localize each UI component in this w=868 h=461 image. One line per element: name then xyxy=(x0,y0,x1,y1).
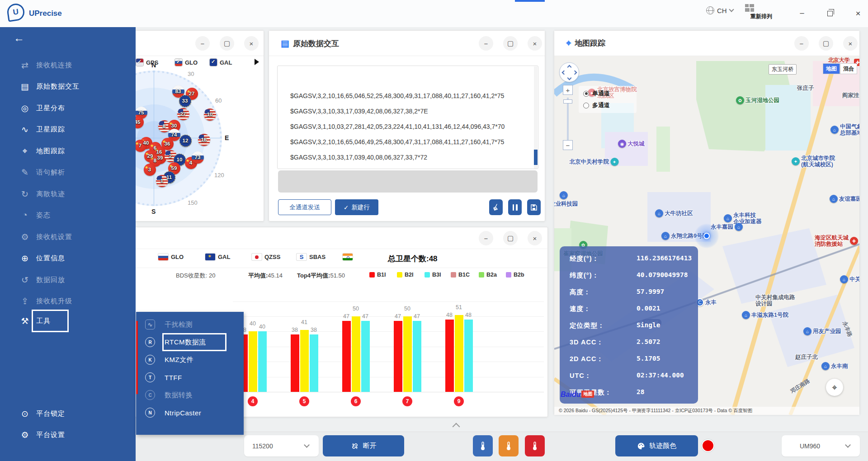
map-poi[interactable]: ⌂永丰南 xyxy=(821,362,848,370)
track-color-swatch[interactable] xyxy=(702,439,714,452)
maximize-button[interactable]: ▢ xyxy=(819,36,833,51)
sidebar-item-platform-settings[interactable]: ⚙平台设置 xyxy=(0,426,136,444)
device-model-select[interactable]: UM960 xyxy=(782,435,860,456)
new-line-button[interactable]: ✓ 新建行 xyxy=(335,199,378,215)
data-convert-icon: C xyxy=(145,390,155,400)
map-poi[interactable]: ⌂中国气象局总部基地… xyxy=(830,123,859,136)
checkbox-gal[interactable]: GAL xyxy=(210,58,232,67)
zoom-slider-track[interactable] xyxy=(567,98,569,140)
sidebar-item-attitude[interactable]: ◔姿态 xyxy=(0,206,136,224)
sidebar-item-receiver-connect[interactable]: ⇄接收机连接 xyxy=(0,56,136,74)
minimize-button[interactable]: − xyxy=(195,36,210,51)
sidebar-item-receiver-upgrade[interactable]: ⇪接收机升级 xyxy=(0,292,136,310)
sidebar-item-map-tracking[interactable]: ⌖地图跟踪 xyxy=(0,142,136,160)
signal-legend-b1c: B1C xyxy=(451,272,470,278)
sidebar-item-discrete-track[interactable]: ↻离散轨迹 xyxy=(0,185,136,203)
close-button[interactable]: × xyxy=(244,36,259,51)
map-poi[interactable]: ✚海淀区航天城消防救援站 xyxy=(815,235,858,247)
menu-item-kmz-file[interactable]: K KMZ文件 xyxy=(136,351,244,368)
nmea-output-panel[interactable]: $GAGSV,3,2,10,16,65,046,52,25,48,300,49,… xyxy=(277,66,538,169)
map-poi[interactable]: ⌂中关村壹号 xyxy=(840,275,859,283)
send-all-channels-button[interactable]: 全通道发送 xyxy=(278,199,331,215)
sidebar-item-receiver-settings[interactable]: ⚙接收机设置 xyxy=(0,228,136,246)
minimize-button[interactable]: − xyxy=(479,231,493,245)
position-info-panel: 经度(°)：116.2366176413 纬度(°)：40.0790049978… xyxy=(560,246,698,404)
close-button[interactable]: × xyxy=(843,36,858,51)
map-poi[interactable]: ⌂大牛坊社区 xyxy=(655,209,693,217)
sidebar-item-tools[interactable]: ⚒工具 xyxy=(0,312,136,330)
sidebar-item-sentence-parse[interactable]: ✎语句解析 xyxy=(0,163,136,181)
minimize-button[interactable]: − xyxy=(479,36,493,51)
mix-layer-button[interactable]: 混合 xyxy=(840,63,857,74)
minimize-button[interactable]: − xyxy=(794,36,809,51)
sidebar-item-data-playback[interactable]: ↺数据回放 xyxy=(0,271,136,289)
save-button[interactable] xyxy=(527,199,541,215)
map-poi[interactable]: ⌂友谊嘉园 xyxy=(830,195,859,203)
scrollbar-thumb[interactable] xyxy=(534,150,538,165)
collapse-sidebar-button[interactable]: ← xyxy=(14,32,24,44)
window-restore-button[interactable] xyxy=(824,7,836,20)
legend-qzss[interactable]: QZSS xyxy=(252,254,280,260)
map-poi[interactable]: ✦北京城市学院(航天城校区) xyxy=(792,155,835,168)
map-layer-button[interactable]: 地图 xyxy=(823,63,840,74)
map-poi[interactable]: ✦北京中关村学院 xyxy=(570,158,619,166)
sidebar-item-sat-tracking[interactable]: ∿卫星跟踪 xyxy=(0,120,136,138)
map-poi[interactable]: ✿玉河湿地公园 xyxy=(736,96,779,104)
menu-item-ttff[interactable]: T TTFF xyxy=(136,369,244,386)
map-pan-control[interactable] xyxy=(559,62,579,82)
menu-item-data-convert[interactable]: C 数据转换 xyxy=(136,386,244,404)
map-poi[interactable]: 张庄子 xyxy=(797,85,814,91)
sidebar-item-platform-lock[interactable]: ⊙平台锁定 xyxy=(0,405,136,423)
legend-navic[interactable] xyxy=(343,254,355,260)
language-selector[interactable]: CH xyxy=(706,6,733,14)
close-button[interactable]: × xyxy=(528,36,542,51)
chart-bar-B2I xyxy=(249,331,257,392)
temperature-button-red[interactable] xyxy=(525,435,545,456)
window-minimize-button[interactable]: − xyxy=(796,7,808,20)
map-poi[interactable]: 赵庄子北 xyxy=(795,354,818,360)
window-close-button[interactable]: × xyxy=(852,7,864,20)
collapse-panel-chevron[interactable] xyxy=(453,423,460,431)
zoom-in-button[interactable]: + xyxy=(563,85,573,95)
disconnect-button[interactable]: 断开 xyxy=(323,435,404,456)
map-poi[interactable]: ◉大悦城 xyxy=(618,140,645,148)
baud-rate-select[interactable]: 115200 xyxy=(244,435,319,456)
map-poi[interactable]: 中关村集成电路设计园 xyxy=(755,294,795,307)
satellite-marker: 3 xyxy=(144,164,156,176)
single-channel-radio[interactable]: 单通道 xyxy=(583,89,610,98)
legend-sbas[interactable]: SSBAS xyxy=(297,254,326,260)
maximize-button[interactable]: ▢ xyxy=(503,36,518,51)
legend-gal[interactable]: GAL xyxy=(205,254,230,260)
map-poi[interactable]: 阎家洼 xyxy=(842,92,859,99)
map-canvas[interactable]: 16号线 张庄子阎家洼✿玉河湿地公园●北京故宫博物院北院区◉大悦城✦北京中关村学… xyxy=(554,56,859,415)
map-titlebar: ⌖ 地图跟踪 − ▢ × xyxy=(554,31,859,56)
locate-button[interactable]: ⌖ xyxy=(826,379,843,396)
legend-scroll-arrow[interactable] xyxy=(255,59,259,65)
map-poi[interactable]: ⌂用友产业园 xyxy=(803,327,841,335)
menu-item-interference[interactable]: ∿ 干扰检测 xyxy=(136,316,244,333)
menu-item-rtcm-stream[interactable]: R RTCM数据流 xyxy=(136,334,244,351)
temperature-button-orange[interactable] xyxy=(499,435,519,456)
zoom-out-button[interactable]: − xyxy=(563,140,573,150)
command-input[interactable] xyxy=(278,170,538,193)
qzss-flag-icon xyxy=(252,254,262,260)
clear-button[interactable] xyxy=(489,199,503,215)
map-poi[interactable]: ⌂丰溢东路1号院 xyxy=(742,311,788,319)
sidebar-item-raw-data[interactable]: ▤原始数据交互 xyxy=(0,77,136,95)
menu-item-ntripcaster[interactable]: N NtripCaster xyxy=(136,404,244,421)
maximize-button[interactable]: ▢ xyxy=(503,231,518,245)
sidebar-item-position-info[interactable]: ⊕位置信息 xyxy=(0,249,136,267)
rearrange-button[interactable]: 重新排列 xyxy=(745,4,778,20)
close-button[interactable]: × xyxy=(528,231,542,245)
sidebar-item-sat-distribution[interactable]: ◎卫星分布 xyxy=(0,99,136,117)
legend-glo[interactable]: GLO xyxy=(158,254,184,260)
zoom-slider-thumb[interactable] xyxy=(563,99,572,103)
temperature-button-blue[interactable] xyxy=(473,435,493,456)
map-poi[interactable]: ⌂农业科技园 xyxy=(554,191,578,207)
track-color-button[interactable]: 轨迹颜色 xyxy=(615,435,698,456)
map-poi[interactable]: C永丰 xyxy=(696,298,717,306)
pause-button[interactable] xyxy=(508,199,522,215)
multi-channel-radio[interactable]: 多通道 xyxy=(583,101,610,109)
checkbox-glo[interactable]: GLO xyxy=(175,58,198,67)
maximize-button[interactable]: ▢ xyxy=(220,36,234,51)
